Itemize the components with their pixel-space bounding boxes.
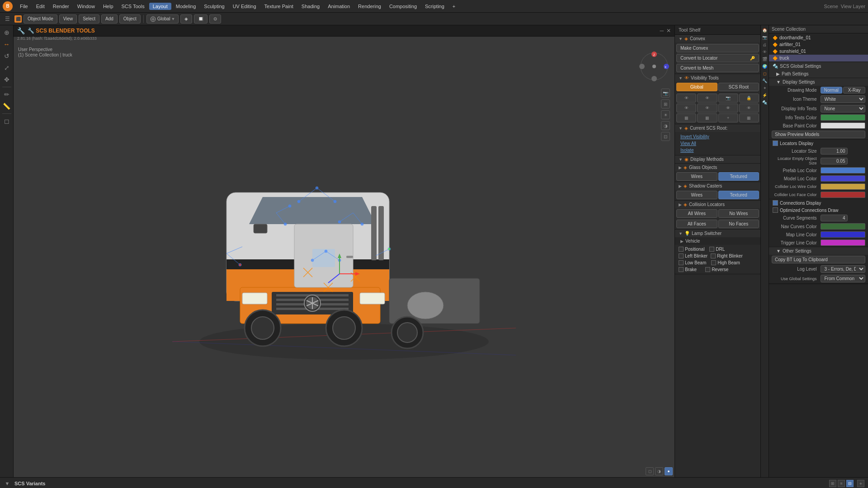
world-properties-icon[interactable]: 🌍 bbox=[762, 63, 768, 70]
output-properties-icon[interactable]: 🖨 bbox=[762, 42, 768, 48]
modifier-properties-icon[interactable]: 🔧 bbox=[762, 78, 768, 84]
menu-animation[interactable]: Animation bbox=[324, 3, 354, 10]
sidebar-toggle-icon[interactable]: ☰ bbox=[2, 14, 13, 24]
normal-mode-btn[interactable]: Normal bbox=[821, 87, 843, 94]
snap-btn[interactable]: 🔲 bbox=[194, 14, 208, 23]
object-mode-dropdown[interactable]: Object Mode bbox=[24, 14, 57, 23]
path-settings-header[interactable]: ▶ Path Settings bbox=[769, 70, 868, 78]
vis-btn-6[interactable]: 👁 bbox=[697, 103, 717, 113]
variants-view-btn-2[interactable]: ≡ bbox=[838, 480, 845, 487]
high-beam-checkbox[interactable] bbox=[711, 260, 716, 265]
current-scs-header[interactable]: ▼ ◈ Current SCS Root: bbox=[675, 124, 760, 132]
xray-mode-btn[interactable]: X-Ray bbox=[843, 87, 865, 94]
all-faces-btn[interactable]: All Faces bbox=[676, 220, 717, 228]
view-layer-properties-icon[interactable]: 👁 bbox=[762, 49, 768, 55]
vis-btn-2[interactable]: 👁 bbox=[697, 94, 717, 103]
scs-minimize-btn[interactable]: ─ bbox=[660, 28, 664, 34]
menu-layout[interactable]: Layout bbox=[149, 3, 171, 10]
info-texts-color-swatch[interactable] bbox=[821, 114, 866, 121]
menu-sculpting[interactable]: Sculpting bbox=[200, 3, 228, 10]
nav-curves-color-swatch[interactable] bbox=[821, 223, 866, 230]
proportional-btn[interactable]: ⊙ bbox=[209, 14, 221, 23]
left-blinker-checkbox[interactable] bbox=[679, 253, 684, 258]
menu-compositing[interactable]: Compositing bbox=[386, 3, 420, 10]
light-icon[interactable]: ☀ bbox=[661, 110, 670, 119]
menu-file[interactable]: File bbox=[16, 3, 32, 10]
shadow-textured-btn[interactable]: Textured bbox=[718, 191, 760, 199]
transform-pivot[interactable]: ◈ bbox=[180, 14, 192, 23]
glass-textured-btn[interactable]: Textured bbox=[718, 172, 760, 181]
make-convex-btn[interactable]: Make Convex bbox=[676, 44, 759, 52]
menu-render[interactable]: Render bbox=[49, 3, 73, 10]
particles-icon[interactable]: ✦ bbox=[762, 85, 768, 91]
scs-global-settings-header[interactable]: 🔩 SCS Global Settings bbox=[769, 62, 868, 70]
global-dropdown[interactable]: ⊕ Global ▼ bbox=[146, 14, 179, 23]
rotate-tool[interactable]: ↺ bbox=[1, 51, 12, 61]
move-tool[interactable]: ↔ bbox=[1, 39, 12, 50]
vehicle-header[interactable]: ▶ Vehicle bbox=[675, 237, 760, 245]
scale-tool[interactable]: ⤢ bbox=[1, 62, 12, 73]
measure-tool[interactable]: 📏 bbox=[1, 101, 12, 112]
vis-btn-4[interactable]: 🔒 bbox=[739, 94, 759, 103]
shadow-wires-btn[interactable]: Wires bbox=[676, 191, 717, 199]
map-line-color-swatch[interactable] bbox=[821, 231, 866, 238]
menu-shading[interactable]: Shading bbox=[298, 3, 323, 10]
menu-rendering[interactable]: Rendering bbox=[354, 3, 385, 10]
positional-checkbox[interactable] bbox=[679, 247, 684, 252]
drl-checkbox[interactable] bbox=[709, 247, 714, 252]
vis-btn-10[interactable]: ▦ bbox=[697, 113, 717, 122]
view-layer-dropdown[interactable]: View Layer bbox=[841, 4, 865, 9]
no-wires-btn[interactable]: No Wires bbox=[718, 209, 760, 218]
display-info-select[interactable]: None bbox=[821, 105, 866, 113]
brake-checkbox[interactable] bbox=[679, 267, 684, 272]
scs-props-icon[interactable]: 🔩 bbox=[762, 99, 768, 106]
physics-icon[interactable]: ⚡ bbox=[762, 92, 768, 99]
vis-btn-5[interactable]: 👁 bbox=[676, 103, 696, 113]
overlay-icon[interactable]: ⊡ bbox=[661, 132, 670, 141]
trigger-line-color-swatch[interactable] bbox=[821, 239, 866, 246]
show-preview-models-btn[interactable]: Show Preview Models bbox=[772, 131, 865, 138]
shadow-casters-header[interactable]: ▶ ◈ Shadow Casters bbox=[675, 182, 760, 190]
vis-btn-7[interactable]: 👁 bbox=[718, 103, 738, 113]
visibility-section-header[interactable]: ▼ 👁 Visibility Tools bbox=[675, 74, 760, 82]
scs-close-btn[interactable]: ✕ bbox=[666, 28, 671, 34]
locator-size-input[interactable]: 1.00 bbox=[821, 148, 848, 155]
lamp-switcher-header[interactable]: ▼ 💡 Lamp Switcher bbox=[675, 230, 760, 237]
use-global-settings-select[interactable]: From Common Config Fil bbox=[821, 275, 866, 282]
menu-modeling[interactable]: Modeling bbox=[172, 3, 200, 10]
scene-item-truck[interactable]: 🔶 truck bbox=[769, 55, 868, 61]
menu-scripting[interactable]: Scripting bbox=[421, 3, 448, 10]
convert-to-locator-btn[interactable]: Convert to Locator 🔑 bbox=[676, 54, 759, 62]
vis-btn-9[interactable]: ▦ bbox=[676, 113, 696, 122]
glass-wires-btn[interactable]: Wires bbox=[676, 172, 717, 181]
glass-objects-header[interactable]: ▶ ◈ Glass Objects bbox=[675, 164, 760, 171]
scene-item-airfilter[interactable]: 🔶 airfilter_01 bbox=[769, 41, 868, 48]
view-all-link[interactable]: View All bbox=[678, 140, 758, 147]
grid-icon[interactable]: ⊞ bbox=[661, 99, 670, 108]
reverse-checkbox[interactable] bbox=[705, 267, 710, 272]
optimized-connections-checkbox[interactable] bbox=[773, 207, 778, 213]
camera-icon[interactable]: 📷 bbox=[661, 89, 670, 98]
shading-icon[interactable]: ◑ bbox=[661, 121, 670, 130]
menu-window[interactable]: Window bbox=[74, 3, 99, 10]
invert-visibility-link[interactable]: Invert Visibility bbox=[678, 133, 758, 140]
vis-btn-11[interactable]: + bbox=[718, 113, 738, 122]
scene-dropdown[interactable]: Scene bbox=[824, 4, 838, 9]
variants-view-btn-1[interactable]: ⊞ bbox=[829, 480, 836, 487]
menu-uv-editing[interactable]: UV Editing bbox=[229, 3, 260, 10]
variants-view-btn-3[interactable]: ⊟ bbox=[846, 480, 854, 487]
object-properties-icon[interactable]: ◻ bbox=[762, 70, 768, 77]
viewport-shading-material[interactable]: ◑ bbox=[655, 467, 663, 475]
select-menu[interactable]: Select bbox=[79, 14, 99, 23]
scene-item-doorthandle[interactable]: 🔶 doorthandle_01 bbox=[769, 34, 868, 41]
global-vis-btn[interactable]: Global bbox=[676, 83, 717, 91]
vis-btn-1[interactable]: 👁 bbox=[676, 94, 696, 103]
menu-scs-tools[interactable]: SCS Tools bbox=[118, 3, 148, 10]
connections-display-checkbox[interactable] bbox=[773, 200, 778, 206]
convex-section-header[interactable]: ▼ ◈ Convex bbox=[675, 35, 760, 42]
add-cube-tool[interactable]: ◻ bbox=[1, 116, 12, 127]
base-paint-color-swatch[interactable] bbox=[821, 122, 866, 129]
viewport-shading-solid[interactable]: ◻ bbox=[646, 467, 654, 475]
convert-to-mesh-btn[interactable]: Convert to Mesh bbox=[676, 64, 759, 72]
collision-header[interactable]: ▶ ◈ Collision Locators bbox=[675, 201, 760, 208]
